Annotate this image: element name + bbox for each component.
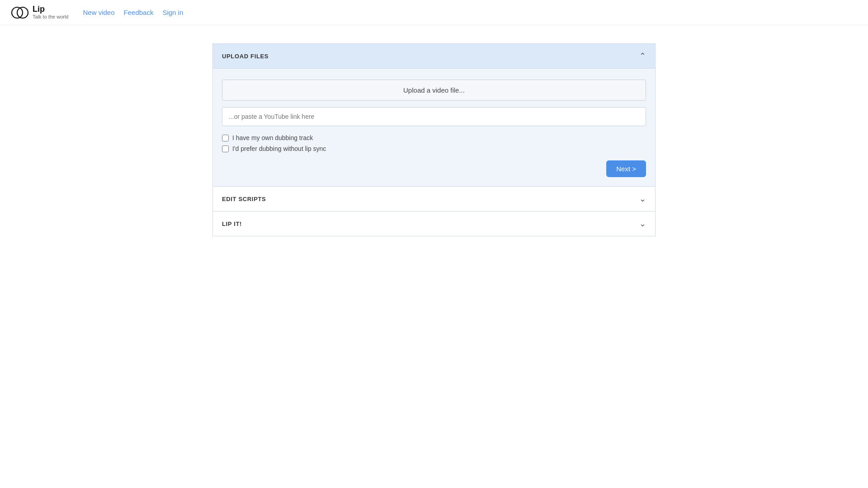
edit-scripts-chevron-down-icon: ⌄ — [639, 194, 646, 204]
own-dubbing-row: I have my own dubbing track — [222, 134, 646, 141]
checkboxes-area: I have my own dubbing track I'd prefer d… — [222, 134, 646, 152]
upload-files-body: Upload a video file... I have my own dub… — [213, 68, 655, 186]
next-btn-row: Next > — [222, 160, 646, 177]
logo-text-block: Lip Talk to the world — [33, 5, 68, 20]
upload-files-panel: UPLOAD FILES ⌃ Upload a video file... I … — [212, 43, 656, 187]
own-dubbing-label: I have my own dubbing track — [232, 134, 313, 141]
own-dubbing-checkbox[interactable] — [222, 135, 229, 141]
logo-area: Lip Talk to the world — [11, 4, 68, 22]
edit-scripts-panel: EDIT SCRIPTS ⌄ — [212, 187, 656, 211]
edit-scripts-header[interactable]: EDIT SCRIPTS ⌄ — [213, 187, 655, 211]
nav-feedback[interactable]: Feedback — [124, 9, 154, 16]
no-lip-sync-label: I'd prefer dubbing without lip sync — [232, 145, 326, 152]
main-content: UPLOAD FILES ⌃ Upload a video file... I … — [0, 25, 868, 254]
navbar: Lip Talk to the world New video Feedback… — [0, 0, 868, 25]
logo-icon — [11, 4, 29, 22]
lip-it-header[interactable]: LIP IT! ⌄ — [213, 211, 655, 236]
upload-files-chevron-up-icon: ⌃ — [639, 51, 646, 61]
nav-sign-in[interactable]: Sign in — [162, 9, 183, 16]
lip-it-chevron-down-icon: ⌄ — [639, 219, 646, 229]
upload-files-header[interactable]: UPLOAD FILES ⌃ — [213, 44, 655, 68]
youtube-link-input[interactable] — [222, 107, 646, 126]
upload-files-title: UPLOAD FILES — [222, 53, 269, 60]
logo-tagline: Talk to the world — [33, 14, 68, 20]
nav-links: New video Feedback Sign in — [83, 9, 183, 16]
lip-it-panel: LIP IT! ⌄ — [212, 211, 656, 236]
nav-new-video[interactable]: New video — [83, 9, 114, 16]
no-lip-sync-row: I'd prefer dubbing without lip sync — [222, 145, 646, 152]
logo-title: Lip — [33, 5, 68, 14]
upload-video-button[interactable]: Upload a video file... — [222, 80, 646, 101]
next-button[interactable]: Next > — [606, 160, 646, 177]
workflow-container: UPLOAD FILES ⌃ Upload a video file... I … — [212, 43, 656, 236]
lip-it-title: LIP IT! — [222, 221, 242, 227]
edit-scripts-title: EDIT SCRIPTS — [222, 196, 266, 202]
no-lip-sync-checkbox[interactable] — [222, 145, 229, 152]
